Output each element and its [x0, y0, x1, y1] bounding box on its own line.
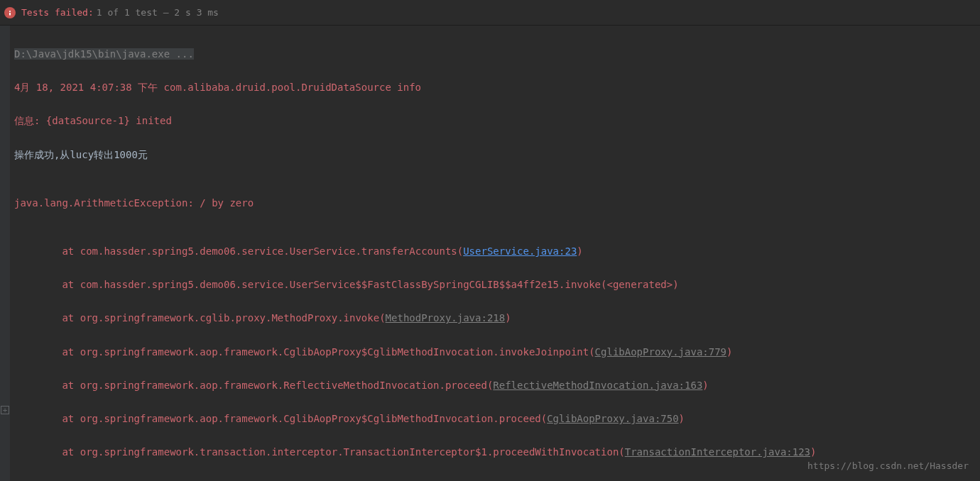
log-line: 4月 18, 2021 4:07:38 下午 com.alibaba.druid…: [14, 78, 977, 96]
gutter: +: [0, 26, 10, 481]
source-link[interactable]: ReflectiveMethodInvocation.java:163: [493, 380, 702, 391]
expand-fold-button[interactable]: +: [1, 406, 9, 414]
log-line: 信息: {dataSource-1} inited: [14, 111, 977, 130]
svg-point-0: [9, 10, 11, 11]
console-wrap: + D:\Java\jdk15\bin\java.exe ... 4月 18, …: [0, 26, 980, 481]
source-link[interactable]: CglibAopProxy.java:779: [595, 346, 726, 358]
stack-frame: at org.springframework.transaction.inter…: [14, 476, 977, 481]
stack-frame: at org.springframework.aop.framework.Cgl…: [14, 343, 977, 361]
source-link[interactable]: MethodProxy.java:218: [386, 312, 506, 324]
stack-frame: at org.springframework.aop.framework.Ref…: [14, 376, 977, 394]
fail-icon: [4, 7, 16, 18]
source-link[interactable]: CglibAopProxy.java:750: [547, 413, 678, 424]
watermark: https://blog.csdn.net/Hassder: [807, 459, 969, 473]
run-command: D:\Java\jdk15\bin\java.exe ...: [14, 48, 194, 60]
stack-frame: at com.hassder.spring5.demo06.service.Us…: [14, 275, 977, 294]
tests-failed-count: 1 of 1 test – 2 s 3 ms: [97, 6, 219, 20]
console-output[interactable]: D:\Java\jdk15\bin\java.exe ... 4月 18, 20…: [10, 26, 980, 481]
tests-failed-label: Tests failed:: [21, 6, 94, 20]
source-link[interactable]: TransactionInterceptor.java:123: [625, 446, 810, 458]
test-result-header: Tests failed: 1 of 1 test – 2 s 3 ms: [0, 0, 980, 26]
svg-rect-1: [9, 13, 11, 16]
stack-frame: at org.springframework.aop.framework.Cgl…: [14, 409, 977, 428]
exception-line: java.lang.ArithmeticException: / by zero: [14, 194, 977, 212]
stack-frame: at com.hassder.spring5.demo06.service.Us…: [14, 242, 977, 260]
source-link[interactable]: UserService.java:23: [463, 245, 577, 257]
stdout-line: 操作成功,从lucy转出1000元: [14, 145, 977, 164]
stack-frame: at org.springframework.cglib.proxy.Metho…: [14, 309, 977, 327]
